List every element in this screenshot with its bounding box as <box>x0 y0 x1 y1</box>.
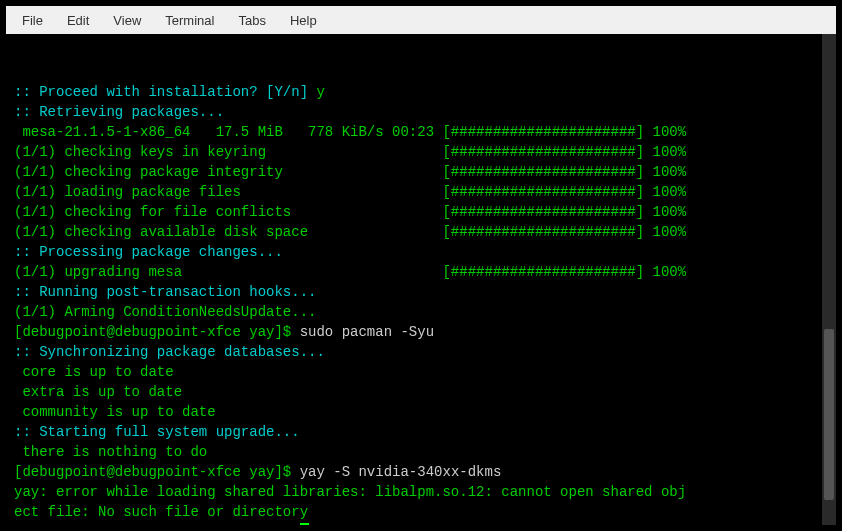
terminal-text: community is up to date <box>14 404 216 420</box>
terminal-line: (1/1) Arming ConditionNeedsUpdate... <box>14 302 832 322</box>
menu-help[interactable]: Help <box>280 9 327 32</box>
terminal-line: yay: error while loading shared librarie… <box>14 482 832 502</box>
terminal-text: [debugpoint@debugpoint-xfce yay]$ <box>14 464 300 480</box>
menu-terminal[interactable]: Terminal <box>155 9 224 32</box>
terminal-text: yay -S nvidia-340xx-dkms <box>300 464 502 480</box>
terminal-line: :: Processing package changes... <box>14 242 832 262</box>
menu-file[interactable]: File <box>12 9 53 32</box>
terminal-text: (1/1) Arming ConditionNeedsUpdate... <box>14 304 316 320</box>
terminal-line: extra is up to date <box>14 382 832 402</box>
terminal-line: ect file: No such file or directory <box>14 502 832 522</box>
terminal-text: :: Processing package changes... <box>14 244 283 260</box>
terminal-line: community is up to date <box>14 402 832 422</box>
terminal-line: (1/1) checking for file conflicts [#####… <box>14 202 832 222</box>
terminal-text: (1/1) upgrading mesa [##################… <box>14 264 686 280</box>
menu-view[interactable]: View <box>103 9 151 32</box>
terminal-line: there is nothing to do <box>14 442 832 462</box>
terminal-line: (1/1) upgrading mesa [##################… <box>14 262 832 282</box>
terminal-text: (1/1) checking for file conflicts [#####… <box>14 204 686 220</box>
terminal-output[interactable]: :: Proceed with installation? [Y/n] y:: … <box>6 34 836 525</box>
terminal-text: core is up to date <box>14 364 174 380</box>
terminal-text: y <box>316 84 324 100</box>
terminal-text: there is nothing to do <box>14 444 207 460</box>
terminal-line: :: Retrieving packages... <box>14 102 832 122</box>
terminal-line: (1/1) loading package files [###########… <box>14 182 832 202</box>
terminal-text: mesa-21.1.5-1-x86_64 17.5 MiB 778 KiB/s … <box>14 124 686 140</box>
terminal-text: :: Proceed with installation? [Y/n] <box>14 84 316 100</box>
terminal-text: :: Running post-transaction hooks... <box>14 284 316 300</box>
terminal-text: :: Starting full system upgrade... <box>14 424 300 440</box>
terminal-text: [debugpoint@debugpoint-xfce yay]$ <box>14 524 300 525</box>
terminal-text: [debugpoint@debugpoint-xfce yay]$ <box>14 324 300 340</box>
terminal-text: (1/1) checking keys in keyring [########… <box>14 144 686 160</box>
terminal-line: (1/1) checking available disk space [###… <box>14 222 832 242</box>
terminal-line: [debugpoint@debugpoint-xfce yay]$ <box>14 522 832 525</box>
terminal-line: [debugpoint@debugpoint-xfce yay]$ yay -S… <box>14 462 832 482</box>
terminal-text: (1/1) checking available disk space [###… <box>14 224 686 240</box>
terminal-line: (1/1) checking package integrity [######… <box>14 162 832 182</box>
terminal-text: extra is up to date <box>14 384 182 400</box>
terminal-text: (1/1) checking package integrity [######… <box>14 164 686 180</box>
menu-edit[interactable]: Edit <box>57 9 99 32</box>
terminal-text: (1/1) loading package files [###########… <box>14 184 686 200</box>
terminal-cursor <box>300 523 309 525</box>
terminal-line: (1/1) checking keys in keyring [########… <box>14 142 832 162</box>
terminal-line: mesa-21.1.5-1-x86_64 17.5 MiB 778 KiB/s … <box>14 122 832 142</box>
terminal-text: :: Retrieving packages... <box>14 104 224 120</box>
terminal-text: ect file: No such file or directory <box>14 504 308 520</box>
menubar: File Edit View Terminal Tabs Help <box>6 6 836 34</box>
terminal-line: [debugpoint@debugpoint-xfce yay]$ sudo p… <box>14 322 832 342</box>
scrollbar-thumb[interactable] <box>824 329 834 501</box>
terminal-line: :: Running post-transaction hooks... <box>14 282 832 302</box>
terminal-line: :: Synchronizing package databases... <box>14 342 832 362</box>
terminal-text: yay: error while loading shared librarie… <box>14 484 686 500</box>
terminal-line: core is up to date <box>14 362 832 382</box>
terminal-line: :: Starting full system upgrade... <box>14 422 832 442</box>
terminal-text: sudo pacman -Syu <box>300 324 434 340</box>
terminal-line: :: Proceed with installation? [Y/n] y <box>14 82 832 102</box>
scrollbar-track[interactable] <box>822 34 836 525</box>
menu-tabs[interactable]: Tabs <box>228 9 275 32</box>
terminal-text: :: Synchronizing package databases... <box>14 344 325 360</box>
terminal-window: File Edit View Terminal Tabs Help :: Pro… <box>0 0 842 531</box>
